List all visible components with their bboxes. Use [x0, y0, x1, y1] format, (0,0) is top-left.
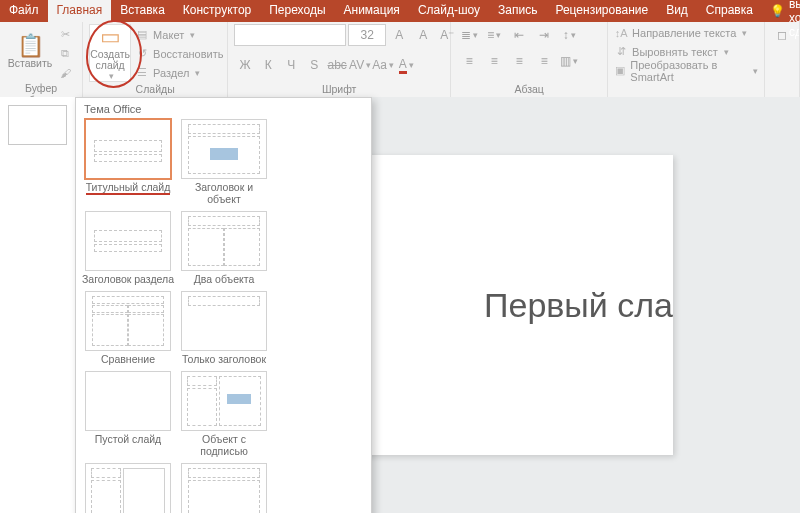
layout-title-vertical-text[interactable]: Заголовок и вертикальный т…: [178, 463, 270, 513]
paste-label: Вставить: [8, 58, 53, 70]
new-slide-icon: ▭: [100, 25, 121, 49]
numbering-icon: ≡: [487, 28, 494, 42]
section-button[interactable]: ☰Раздел: [135, 64, 223, 81]
clipboard-icon: 📋: [17, 34, 44, 58]
indent-dec-button[interactable]: ⇤: [507, 24, 531, 46]
align-left-icon: ≡: [466, 54, 473, 68]
scissors-icon: ✂: [58, 28, 72, 41]
align-justify-button[interactable]: ≡: [532, 50, 556, 72]
layout-two-content[interactable]: Два объекта: [178, 211, 270, 285]
section-label: Раздел: [153, 67, 189, 79]
group-slides: ▭ Создать слайд ▤Макет ↺Восстановить ☰Ра…: [83, 22, 228, 97]
group-shapes: ◻: [765, 22, 800, 97]
numbering-button[interactable]: ≡: [482, 24, 506, 46]
align-left-button[interactable]: ≡: [457, 50, 481, 72]
layout-title-content[interactable]: Заголовок и объект: [178, 119, 270, 205]
thumbnail-1[interactable]: [8, 105, 67, 145]
align-text-label: Выровнять текст: [632, 46, 718, 58]
tab-home[interactable]: Главная: [48, 0, 112, 22]
columns-button[interactable]: ▥: [557, 50, 581, 72]
bullets-icon: ≣: [461, 28, 471, 42]
line-spacing-icon: ↕: [563, 28, 569, 42]
text-direction-icon: ↕A: [614, 27, 628, 39]
layout-comparison[interactable]: Сравнение: [82, 291, 174, 365]
slide-thumbnails: [0, 97, 76, 513]
paste-button[interactable]: 📋 Вставить: [6, 24, 54, 80]
tab-view[interactable]: Вид: [657, 0, 697, 22]
ribbon-tabs: Файл Главная Вставка Конструктор Переход…: [0, 0, 800, 22]
shadow-button[interactable]: S: [303, 54, 325, 76]
slide-title-text: Первый сла: [484, 286, 673, 325]
shrink-font-button[interactable]: A: [412, 24, 434, 46]
text-direction-button[interactable]: ↕AНаправление текста: [614, 24, 758, 41]
smartart-icon: ▣: [614, 64, 626, 77]
tab-slideshow[interactable]: Слайд-шоу: [409, 0, 489, 22]
reset-button[interactable]: ↺Восстановить: [135, 45, 223, 62]
shapes-button[interactable]: ◻: [771, 24, 793, 46]
layout-label: Титульный слайд: [86, 181, 171, 195]
line-spacing-button[interactable]: ↕: [557, 24, 581, 46]
layout-blank[interactable]: Пустой слайд: [82, 371, 174, 457]
layout-label: Два объекта: [194, 273, 254, 285]
font-color-icon: A: [399, 57, 407, 74]
smartart-label: Преобразовать в SmartArt: [630, 59, 747, 83]
font-color-button[interactable]: A: [395, 54, 417, 76]
bullets-button[interactable]: ≣: [457, 24, 481, 46]
tab-record[interactable]: Запись: [489, 0, 546, 22]
align-justify-icon: ≡: [541, 54, 548, 68]
layout-button[interactable]: ▤Макет: [135, 26, 223, 43]
tab-transitions[interactable]: Переходы: [260, 0, 334, 22]
smartart-button[interactable]: ▣Преобразовать в SmartArt: [614, 62, 758, 79]
new-slide-gallery: Тема Office Титульный слайд Заголовок и …: [75, 97, 372, 513]
indent-inc-button[interactable]: ⇥: [532, 24, 556, 46]
gallery-header: Тема Office: [76, 98, 371, 119]
align-right-button[interactable]: ≡: [507, 50, 531, 72]
copy-icon: ⧉: [58, 47, 72, 60]
brush-icon: 🖌: [58, 67, 72, 79]
indent-dec-icon: ⇤: [514, 28, 524, 42]
change-case-button[interactable]: Aa: [372, 54, 394, 76]
text-direction-label: Направление текста: [632, 27, 736, 39]
layout-title-only[interactable]: Только заголовок: [178, 291, 270, 365]
group-textdir: ↕AНаправление текста ⇵Выровнять текст ▣П…: [608, 22, 765, 97]
font-family-input[interactable]: [234, 24, 346, 46]
lightbulb-icon: 💡: [770, 4, 785, 18]
new-slide-button[interactable]: ▭ Создать слайд: [89, 24, 131, 82]
reset-label: Восстановить: [153, 48, 223, 60]
italic-button[interactable]: К: [257, 54, 279, 76]
layout-title-slide[interactable]: Титульный слайд: [82, 119, 174, 205]
layout-picture-caption[interactable]: Рисунок с подписью: [82, 463, 174, 513]
tab-design[interactable]: Конструктор: [174, 0, 260, 22]
group-font: 32 A A A⁻ Ж К Ч S abc AV Aa A Шрифт: [228, 22, 451, 97]
reset-icon: ↺: [135, 47, 149, 60]
group-clipboard: 📋 Вставить ✂ ⧉ 🖌 Буфер обмена: [0, 22, 83, 97]
underline-button[interactable]: Ч: [280, 54, 302, 76]
group-paragraph: ≣ ≡ ⇤ ⇥ ↕ ≡ ≡ ≡ ≡ ▥ Абзац: [451, 22, 608, 97]
align-center-button[interactable]: ≡: [482, 50, 506, 72]
group-label-font: Шрифт: [234, 82, 444, 97]
layout-label: Сравнение: [101, 353, 155, 365]
cut-button[interactable]: ✂: [58, 26, 72, 43]
font-size-input[interactable]: 32: [348, 24, 386, 46]
grow-font-button[interactable]: A: [388, 24, 410, 46]
tab-help[interactable]: Справка: [697, 0, 762, 22]
columns-icon: ▥: [560, 54, 571, 68]
layout-label: Заголовок и объект: [195, 181, 253, 205]
format-painter-button[interactable]: 🖌: [58, 64, 72, 81]
copy-button[interactable]: ⧉: [58, 45, 72, 62]
char-spacing-button[interactable]: AV: [349, 54, 371, 76]
align-text-icon: ⇵: [614, 45, 628, 58]
strike-button[interactable]: abc: [326, 54, 348, 76]
tab-insert[interactable]: Вставка: [111, 0, 174, 22]
layout-content-caption[interactable]: Объект с подписью: [178, 371, 270, 457]
align-text-button[interactable]: ⇵Выровнять текст: [614, 43, 758, 60]
layout-section-header[interactable]: Заголовок раздела: [82, 211, 174, 285]
tab-file[interactable]: Файл: [0, 0, 48, 22]
tab-animation[interactable]: Анимация: [335, 0, 409, 22]
tell-me[interactable]: 💡 Что вы хотите сдела: [762, 0, 800, 22]
layout-grid: Титульный слайд Заголовок и объект Загол…: [76, 119, 371, 513]
layout-icon: ▤: [135, 28, 149, 41]
ribbon: 📋 Вставить ✂ ⧉ 🖌 Буфер обмена ▭ Создать …: [0, 22, 800, 98]
tab-review[interactable]: Рецензирование: [546, 0, 657, 22]
bold-button[interactable]: Ж: [234, 54, 256, 76]
